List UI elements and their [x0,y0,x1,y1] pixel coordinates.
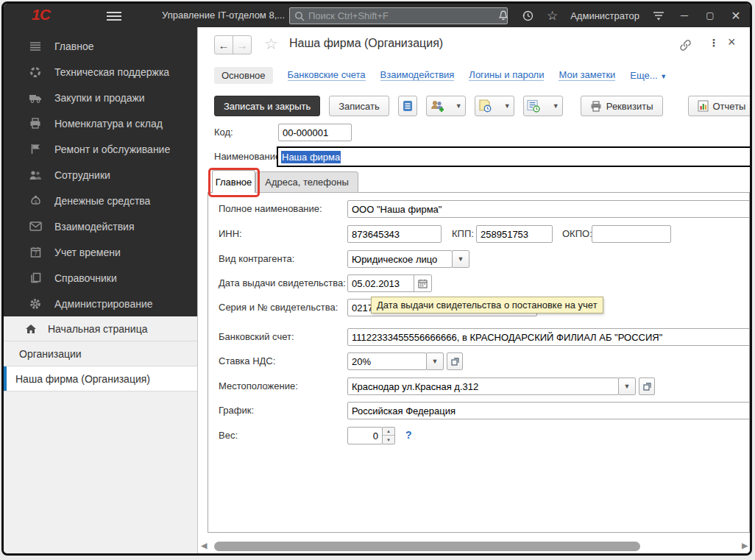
structure-icon [403,100,413,112]
scroll-left-icon[interactable]: ◀ [201,541,207,550]
link-logins-passwords[interactable]: Логины и пароли [469,69,544,81]
stepper-down-icon[interactable]: ▼ [383,436,394,444]
taskbar-item-nasha-firma[interactable]: Наша фирма (Организация) [4,366,197,391]
location-dropdown-button[interactable]: ▼ [618,378,636,395]
main-menu-icon[interactable] [107,10,121,21]
counterparty-kind-dropdown-button[interactable]: ▼ [452,250,469,268]
structure-button[interactable] [398,96,417,116]
svg-text:7: 7 [34,250,38,257]
taskbar-item-home[interactable]: Начальная страница [4,316,197,341]
weight-help-link[interactable]: ? [405,429,412,441]
document-clock-icon [478,99,492,113]
dropdown-caret-icon: ▼ [553,102,559,110]
back-button[interactable]: ← [214,35,233,54]
weight-input[interactable] [347,427,383,444]
cert-date-label: Дата выдачи свидетельства: [219,274,346,292]
full-name-input[interactable] [347,200,750,218]
schedule-input[interactable] [347,402,750,419]
create-document-button[interactable]: ▼ [475,96,514,116]
weight-stepper[interactable]: ▲ ▼ [382,427,395,444]
save-button[interactable]: Записать [329,96,389,116]
location-label: Местоположение: [219,378,298,395]
requisites-button[interactable]: Реквизиты [581,96,663,116]
link-interactions[interactable]: Взаимодействия [380,69,455,81]
sidebar-item-repair[interactable]: Ремонт и обслуживание [4,136,197,162]
report-icon [698,100,709,112]
sidebar-item-interactions[interactable]: Взаимодействия [4,213,197,239]
close-window-button[interactable]: ✕ [729,9,742,23]
tab-osnovnoe[interactable]: Основное [214,67,273,84]
sidebar-item-administration[interactable]: Администрирование [4,291,197,316]
code-input[interactable] [278,124,352,141]
svg-text:s: s [34,199,37,205]
dropdown-caret-icon: ▼ [504,102,511,110]
name-label: Наименование: [214,148,283,166]
location-input[interactable] [347,378,619,395]
current-user[interactable]: Администратор [570,10,639,21]
minimize-button[interactable]: ─ [678,10,691,21]
tab-addresses-phones[interactable]: Адреса, телефоны [255,171,358,193]
sidebar-item-directories[interactable]: Справочники [4,265,197,291]
form-toolbar: Записать и закрыть Записать ▼ ▼ ▼ Реквиз… [214,96,751,116]
titlebar: 1С Управление IT-отделом 8,...(1С:Предпр… [4,4,750,27]
save-close-button[interactable]: Записать и закрыть [214,96,320,116]
money-bag-icon: s [29,195,42,207]
sidebar-item-purchases[interactable]: Закупки и продажи [4,85,197,110]
vat-rate-open-button[interactable] [447,352,463,370]
lifebuoy-icon [29,66,42,78]
calendar-button[interactable] [414,275,431,291]
list-clock-icon [527,99,540,113]
sidebar-item-nomenclature[interactable]: Номенклатура и склад [4,110,197,136]
more-menu-icon[interactable]: ⋮ [709,37,719,49]
tasks-button[interactable]: ▼ [523,96,563,116]
kpp-input[interactable] [476,225,553,243]
name-input[interactable]: Наша фирма [277,146,751,167]
calendar-icon [418,279,428,288]
add-contact-button[interactable]: ▼ [426,96,466,116]
horizontal-scrollbar-thumb[interactable] [214,542,640,551]
tab-glavnoe[interactable]: Главное [212,170,255,193]
dropdown-caret-icon: ▼ [456,102,462,110]
kpp-label: КПП: [452,225,474,243]
favorites-star-icon[interactable]: ☆ [547,8,558,24]
sidebar-item-glavnoe[interactable]: Главное [4,33,197,59]
stepper-up-icon[interactable]: ▲ [383,428,394,436]
history-icon[interactable] [522,10,534,22]
bank-account-input[interactable] [347,328,750,346]
form-star-icon[interactable]: ☆ [264,35,278,53]
inn-input[interactable] [347,225,442,243]
forward-button[interactable]: → [233,35,252,54]
reports-button[interactable]: Отчеты ▼ [688,96,752,116]
okpo-input[interactable] [592,225,671,243]
counterparty-kind-input[interactable] [347,250,453,268]
sidebar-item-money[interactable]: s Денежные средства [4,188,197,213]
vat-rate-dropdown-button[interactable]: ▼ [426,352,444,370]
global-search[interactable] [289,7,508,24]
link-my-notes[interactable]: Мои заметки [559,69,615,81]
vat-rate-input[interactable] [347,352,427,370]
notifications-bell-icon[interactable] [497,10,509,21]
schedule-label: График: [219,402,254,419]
search-input[interactable] [308,10,503,21]
open-windows-panel: Начальная страница Организации Наша фирм… [4,316,197,554]
truck-icon [29,92,42,104]
sidebar-item-employees[interactable]: Сотрудники [4,162,197,188]
location-open-button[interactable] [639,378,655,395]
tools-menu-icon[interactable] [652,10,665,21]
more-link[interactable]: Еще... ▼ [630,70,667,81]
sidebar-item-timesheet[interactable]: 7 Учет времени [4,239,197,265]
form-title: Наша фирма (Организация) [289,37,443,50]
close-form-icon[interactable]: × [728,35,736,50]
copy-link-icon[interactable] [678,38,692,55]
maximize-button[interactable]: ▢ [703,10,717,21]
field-tooltip: Дата выдачи свидетельства о постановке н… [371,297,603,313]
organization-form: ← → ☆ Наша фирма (Организация) ⋮ × Основ… [197,27,751,554]
taskbar-item-organizations[interactable]: Организации [4,341,197,366]
printer-icon [590,101,602,112]
scroll-right-icon[interactable]: ▶ [742,541,748,550]
sidebar-item-tech-support[interactable]: Техническая поддержка [4,59,197,85]
calendar-icon: 7 [29,247,42,258]
home-icon [24,323,38,335]
form-nav: Основное Банковские счета Взаимодействия… [214,66,667,84]
link-bank-accounts[interactable]: Банковские счета [288,69,366,81]
